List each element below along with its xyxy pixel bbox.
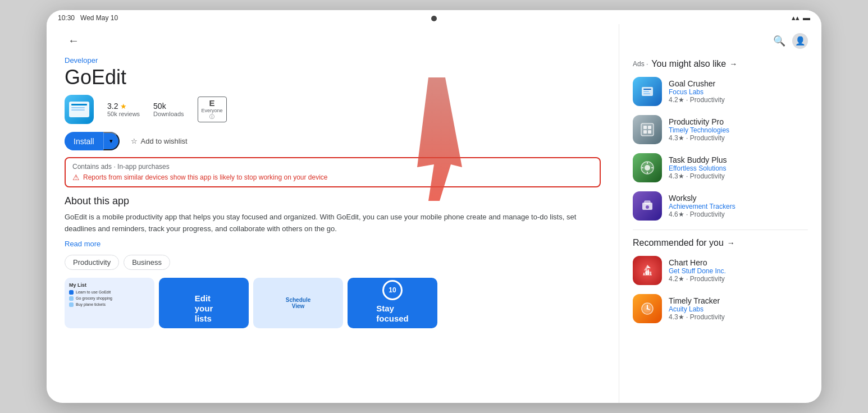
wishlist-button[interactable]: ☆ Add to wishlist bbox=[126, 134, 192, 149]
about-title: About this app bbox=[65, 195, 601, 207]
install-button-group: Install ▾ bbox=[65, 132, 120, 150]
recommended-label: Recommended for you bbox=[633, 238, 724, 248]
screenshot-2: Edit your lists bbox=[159, 278, 249, 328]
app-name-prod-pro: Productivity Pro bbox=[669, 117, 808, 126]
screenshot-3: ScheduleView bbox=[253, 278, 343, 328]
tag-business[interactable]: Business bbox=[124, 255, 170, 270]
list-item: Goal Crusher Focus Labs 4.2★ · Productiv… bbox=[633, 77, 808, 106]
list-item-rec: Timely Tracker Acuity Labs 4.3★ · Produc… bbox=[633, 294, 808, 323]
tag-row: Productivity Business bbox=[65, 255, 601, 270]
app-content: ← Developer GoEdit 3.2 ★ 50k reviews bbox=[47, 24, 821, 403]
svg-rect-8 bbox=[648, 126, 651, 129]
svg-rect-9 bbox=[643, 130, 647, 134]
rating-ch: 4.2 bbox=[669, 275, 678, 283]
status-time: 10:30 bbox=[58, 14, 75, 22]
status-time-date: 10:30 Wed May 10 bbox=[58, 14, 118, 22]
app-thumb-chart-hero bbox=[633, 256, 662, 285]
wifi-icon: ▴▴ bbox=[792, 13, 800, 22]
app-thumb-goal-crusher bbox=[633, 77, 662, 106]
app-name-goal-crusher: Goal Crusher bbox=[669, 79, 808, 88]
list-item: Task Buddy Plus Effortless Solutions 4.3… bbox=[633, 153, 808, 182]
svg-point-12 bbox=[645, 165, 650, 171]
svg-rect-4 bbox=[643, 93, 650, 94]
clock-icon: 10 bbox=[382, 280, 403, 300]
app-rating-task-buddy: 4.3★ · Productivity bbox=[669, 172, 808, 180]
battery-icon: ▬ bbox=[803, 13, 810, 22]
recommended-arrow[interactable]: → bbox=[727, 238, 735, 247]
front-camera bbox=[431, 16, 437, 21]
app-thumb-prod-pro bbox=[633, 115, 662, 144]
screenshot-edit-text: Edit your lists bbox=[190, 293, 218, 324]
search-button[interactable]: 🔍 bbox=[773, 35, 785, 47]
age-label: E bbox=[209, 98, 215, 108]
screenshot-list-item-2: Go grocery shopping bbox=[69, 296, 150, 301]
rating-w: 4.6 bbox=[669, 210, 678, 218]
app-thumb-timely-tracker bbox=[633, 294, 662, 323]
chart-hero-icon bbox=[638, 261, 656, 279]
profile-avatar[interactable]: 👤 bbox=[792, 33, 808, 49]
app-icon bbox=[65, 95, 94, 124]
screenshot-list-item-3: Buy plane tickets bbox=[69, 302, 150, 307]
action-row: Install ▾ ☆ Add to wishlist bbox=[65, 132, 601, 150]
app-rating-chart-hero: 4.2★ · Productivity bbox=[669, 275, 808, 283]
app-dev-goal-crusher: Focus Labs bbox=[669, 88, 808, 96]
checkbox-3 bbox=[69, 302, 74, 307]
screenshot-list-item-1: Learn to use GoEdit bbox=[69, 290, 150, 295]
downloads-stat: 50k Downloads bbox=[153, 102, 184, 117]
you-might-like-arrow[interactable]: → bbox=[729, 59, 737, 68]
main-panel: ← Developer GoEdit 3.2 ★ 50k reviews bbox=[47, 24, 619, 403]
tablet-frame: 10:30 Wed May 10 ▴▴ ▬ ← Developer GoEdit bbox=[47, 10, 821, 403]
svg-rect-7 bbox=[643, 126, 647, 129]
app-info-timely-tracker: Timely Tracker Acuity Labs 4.3★ · Produc… bbox=[669, 296, 808, 321]
back-button[interactable]: ← bbox=[65, 33, 83, 48]
age-badge: E Everyone ⓘ bbox=[198, 97, 227, 122]
tag-productivity[interactable]: Productivity bbox=[65, 255, 119, 270]
screenshot-4: 10 Stay focused bbox=[348, 278, 437, 328]
warning-message: Reports from similar devices show this a… bbox=[83, 173, 328, 181]
app-rating-timely-tracker: 4.3★ · Productivity bbox=[669, 313, 808, 321]
cat-ch: Productivity bbox=[690, 275, 725, 283]
downloads-label: Downloads bbox=[153, 111, 184, 117]
app-dev-worksly: Achievement Trackers bbox=[669, 203, 808, 210]
rating-number: 3.2 bbox=[107, 102, 118, 111]
section-divider bbox=[633, 230, 808, 230]
screenshot-schedule: ScheduleView bbox=[286, 297, 310, 309]
cat-w: Productivity bbox=[690, 210, 725, 218]
warning-icon: ⚠ bbox=[72, 173, 80, 182]
screenshot-1: My List Learn to use GoEdit Go grocery s… bbox=[65, 278, 154, 328]
wishlist-icon: ☆ bbox=[131, 137, 138, 145]
screenshots-row: My List Learn to use GoEdit Go grocery s… bbox=[65, 278, 601, 328]
star-icon: ★ bbox=[120, 102, 127, 111]
install-button[interactable]: Install bbox=[65, 132, 103, 150]
app-dev-prod-pro: Timely Technologies bbox=[669, 126, 808, 134]
worksly-icon bbox=[638, 197, 656, 215]
app-icon-inner bbox=[69, 102, 89, 117]
recommended-title: Recommended for you → bbox=[633, 238, 808, 248]
svg-rect-10 bbox=[648, 130, 651, 134]
rating-value: 3.2 ★ bbox=[107, 102, 127, 111]
app-name-timely-tracker: Timely Tracker bbox=[669, 296, 808, 305]
rating-pp: 4.3 bbox=[669, 134, 678, 142]
rating-tb: 4.3 bbox=[669, 172, 678, 180]
app-info-goal-crusher: Goal Crusher Focus Labs 4.2★ · Productiv… bbox=[669, 79, 808, 104]
read-more-link[interactable]: Read more bbox=[65, 240, 100, 248]
warning-box: Contains ads · In-app purchases ⚠ Report… bbox=[65, 157, 601, 187]
app-thumb-task-buddy bbox=[633, 153, 662, 182]
app-name-chart-hero: Chart Hero bbox=[669, 258, 808, 267]
reviews-label: 50k reviews bbox=[107, 111, 140, 117]
app-info-worksly: Worksly Achievement Trackers 4.6★ · Prod… bbox=[669, 194, 808, 218]
svg-rect-6 bbox=[641, 123, 654, 136]
app-thumb-worksly bbox=[633, 191, 662, 221]
cat-gc: Productivity bbox=[690, 96, 725, 104]
cat-tt: Productivity bbox=[690, 313, 725, 321]
age-info-icon: ⓘ bbox=[209, 113, 214, 121]
app-name-task-buddy: Task Buddy Plus bbox=[669, 155, 808, 164]
app-rating-prod-pro: 4.3★ · Productivity bbox=[669, 134, 808, 142]
checkbox-1 bbox=[69, 290, 74, 295]
install-dropdown-button[interactable]: ▾ bbox=[103, 132, 120, 150]
app-info-prod-pro: Productivity Pro Timely Technologies 4.3… bbox=[669, 117, 808, 142]
rating-gc: 4.2 bbox=[669, 96, 678, 104]
rating-tt: 4.3 bbox=[669, 313, 678, 321]
right-panel: 🔍 👤 Ads · You might also like → bbox=[619, 24, 821, 403]
timely-tracker-icon bbox=[638, 300, 656, 318]
